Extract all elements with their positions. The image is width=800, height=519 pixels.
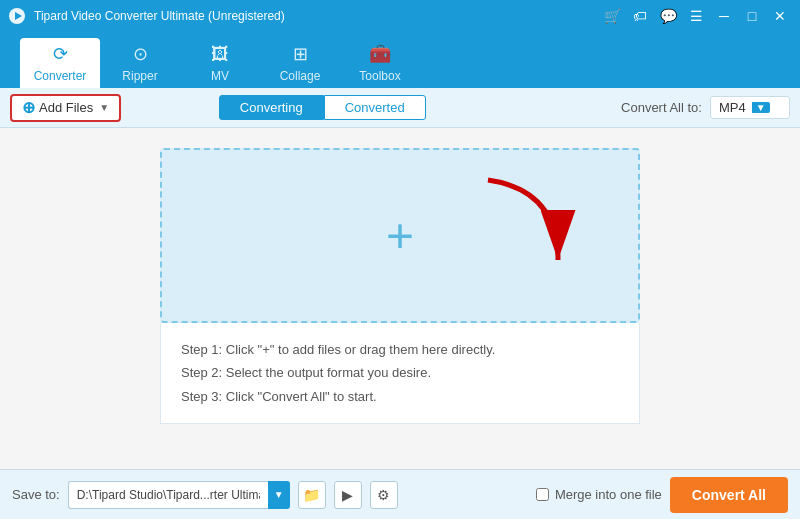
sub-tab-converted[interactable]: Converted [324,95,426,120]
tag-button[interactable]: 🏷 [628,4,652,28]
app-logo [8,7,26,25]
preview-button[interactable]: ▶ [334,481,362,509]
merge-checkbox-label: Merge into one file [536,487,662,502]
drop-zone-plus-icon: + [386,212,414,260]
tab-toolbox[interactable]: 🧰 Toolbox [340,38,420,88]
nav-bar: ⟳ Converter ⊙ Ripper 🖼 MV ⊞ Collage 🧰 To… [0,32,800,88]
add-files-dropdown-arrow: ▼ [99,102,109,113]
minimize-button[interactable]: ─ [712,4,736,28]
tab-collage[interactable]: ⊞ Collage [260,38,340,88]
convert-all-to: Convert All to: MP4 ▼ [621,96,790,119]
tab-mv-label: MV [211,69,229,83]
drop-zone[interactable]: + [160,148,640,323]
open-folder-button[interactable]: 📁 [298,481,326,509]
save-to-label: Save to: [12,487,60,502]
mv-icon: 🖼 [211,44,229,65]
settings-button[interactable]: ⚙ [370,481,398,509]
toolbox-icon: 🧰 [369,43,391,65]
format-dropdown-arrow: ▼ [752,102,770,113]
collage-icon: ⊞ [293,43,308,65]
step-1: Step 1: Click "+" to add files or drag t… [181,338,619,361]
convert-all-button[interactable]: Convert All [670,477,788,513]
tab-ripper[interactable]: ⊙ Ripper [100,38,180,88]
chat-button[interactable]: 💬 [656,4,680,28]
convert-format-select[interactable]: MP4 ▼ [710,96,790,119]
tab-mv[interactable]: 🖼 MV [180,38,260,88]
title-bar-left: Tipard Video Converter Ultimate (Unregis… [8,7,285,25]
maximize-button[interactable]: □ [740,4,764,28]
selected-format: MP4 [719,100,746,115]
red-arrow [478,170,608,290]
step-3: Step 3: Click "Convert All" to start. [181,385,619,408]
app-title: Tipard Video Converter Ultimate (Unregis… [34,9,285,23]
step-2: Step 2: Select the output format you des… [181,361,619,384]
tab-toolbox-label: Toolbox [359,69,400,83]
add-files-plus-icon: ⊕ [22,98,35,117]
cart-button[interactable]: 🛒 [600,4,624,28]
title-bar: Tipard Video Converter Ultimate (Unregis… [0,0,800,32]
merge-label: Merge into one file [555,487,662,502]
save-path-box: ▼ [68,481,290,509]
menu-button[interactable]: ☰ [684,4,708,28]
close-button[interactable]: ✕ [768,4,792,28]
main-content: + Step 1: Click "+" to add files or drag… [0,128,800,469]
merge-checkbox[interactable] [536,488,549,501]
toolbar: ⊕ Add Files ▼ Converting Converted Conve… [0,88,800,128]
save-path-dropdown-btn[interactable]: ▼ [268,481,290,509]
add-files-label: Add Files [39,100,93,115]
convert-all-to-label: Convert All to: [621,100,702,115]
tab-ripper-label: Ripper [122,69,157,83]
footer: Save to: ▼ 📁 ▶ ⚙ Merge into one file Con… [0,469,800,519]
steps-box: Step 1: Click "+" to add files or drag t… [160,323,640,424]
sub-tab-group: Converting Converted [219,95,426,120]
sub-tab-converting[interactable]: Converting [219,95,324,120]
title-bar-controls: 🛒 🏷 💬 ☰ ─ □ ✕ [600,4,792,28]
tab-collage-label: Collage [280,69,321,83]
ripper-icon: ⊙ [133,43,148,65]
converter-icon: ⟳ [53,43,68,65]
tab-converter-label: Converter [34,69,87,83]
save-path-input[interactable] [68,481,268,509]
add-files-button[interactable]: ⊕ Add Files ▼ [10,94,121,122]
tab-converter[interactable]: ⟳ Converter [20,38,100,88]
